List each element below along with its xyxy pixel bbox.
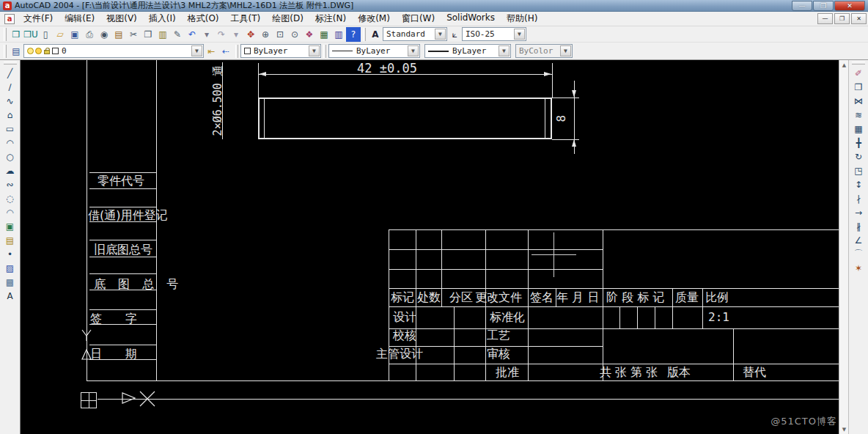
maximize-button[interactable]: ❐: [813, 1, 834, 11]
spline-icon[interactable]: ∾: [3, 177, 18, 191]
redo-drop-icon[interactable]: ▾: [229, 27, 243, 42]
stretch-icon[interactable]: ↕: [851, 177, 866, 191]
zoom-realtime-icon[interactable]: ⊕: [258, 27, 273, 42]
menu-item[interactable]: 工具(T): [225, 11, 267, 26]
match-properties-icon[interactable]: ✎: [170, 27, 185, 42]
toolbar-grip[interactable]: [363, 28, 366, 41]
chevron-down-icon[interactable]: ▼: [514, 29, 525, 40]
offset-icon[interactable]: ≋: [851, 108, 866, 122]
pan-icon[interactable]: ✥: [243, 27, 258, 42]
menu-item[interactable]: 标注(N): [309, 11, 352, 26]
scale-icon[interactable]: ◳: [851, 163, 866, 177]
close-button[interactable]: ✕: [834, 1, 865, 11]
layer-combo[interactable]: 0 ▼: [23, 44, 204, 58]
extend-icon[interactable]: →: [851, 205, 866, 219]
custom-block-u-icon[interactable]: ❒U: [23, 27, 38, 42]
hatch-icon[interactable]: ▨: [3, 261, 18, 275]
circle-icon[interactable]: ○: [3, 150, 18, 163]
copy-icon[interactable]: ❐: [141, 27, 155, 42]
toolbar-grip[interactable]: [323, 45, 326, 58]
toolbar-grip[interactable]: [235, 45, 238, 58]
revcloud-icon[interactable]: ☁: [3, 163, 18, 177]
doc-close-button[interactable]: ✕: [851, 13, 867, 24]
text-style-manager-icon[interactable]: A: [368, 27, 383, 42]
menu-item[interactable]: SolidWorks: [441, 11, 501, 26]
undo-icon[interactable]: ↶: [185, 27, 199, 42]
chevron-down-icon[interactable]: ▼: [408, 45, 419, 56]
properties-icon[interactable]: ❖: [302, 27, 317, 42]
chevron-down-icon[interactable]: ▼: [191, 45, 202, 56]
move-icon[interactable]: ╋: [851, 136, 866, 150]
menu-item[interactable]: 格式(O): [182, 11, 225, 26]
linetype-combo[interactable]: ByLayer ▼: [328, 44, 420, 58]
ellipse-icon[interactable]: ◌: [3, 191, 18, 205]
copy-object-icon[interactable]: ❐: [851, 80, 866, 94]
trim-icon[interactable]: ∤: [851, 191, 866, 205]
dim-style-combo[interactable]: ISO-25 ▼: [462, 27, 526, 41]
menu-item[interactable]: 编辑(E): [59, 11, 100, 26]
mirror-icon[interactable]: ⋈: [851, 94, 866, 108]
polygon-icon[interactable]: ⌂: [3, 108, 18, 122]
doc-minimize-button[interactable]: —: [817, 13, 833, 24]
custom-block-icon[interactable]: ❒: [9, 27, 23, 42]
menu-item[interactable]: 视图(V): [100, 11, 143, 26]
line-icon[interactable]: ╱: [3, 66, 18, 80]
zoom-previous-icon[interactable]: ⊙: [287, 27, 302, 42]
vertical-scrollbar[interactable]: ▲ ▼: [839, 60, 848, 434]
cut-icon[interactable]: ✂: [126, 27, 141, 42]
lineweight-combo[interactable]: ByLayer ▼: [424, 44, 511, 58]
open-icon[interactable]: ▱: [53, 27, 67, 42]
menu-item[interactable]: 插入(I): [143, 11, 182, 26]
make-block-icon[interactable]: ▤: [3, 233, 18, 247]
xline-icon[interactable]: ∕: [3, 80, 18, 94]
layer-previous-icon[interactable]: ⇠: [218, 44, 233, 59]
drawing-canvas[interactable]: 42 ±0.05 8 2×Ø6.500 通 零件代号 借(通)用件登记 旧底图总…: [21, 60, 839, 434]
undo-drop-icon[interactable]: ▾: [199, 27, 214, 42]
chevron-down-icon[interactable]: ▼: [499, 45, 510, 56]
make-object-layer-current-icon[interactable]: ⇤: [204, 44, 218, 59]
insert-block-icon[interactable]: ▣: [3, 219, 18, 233]
redo-icon[interactable]: ↷: [214, 27, 229, 42]
toolbar-grip[interactable]: [852, 62, 865, 65]
mtext-icon[interactable]: A: [3, 289, 18, 303]
polyline-icon[interactable]: ∿: [3, 94, 18, 108]
fillet-icon[interactable]: ⌒: [851, 247, 866, 261]
plot-icon[interactable]: ⎙: [82, 27, 97, 42]
explode-icon[interactable]: ✶: [851, 261, 866, 275]
menu-item[interactable]: 绘图(D): [266, 11, 309, 26]
text-style-combo[interactable]: Standard ▼: [383, 27, 447, 41]
toolbar-grip[interactable]: [4, 62, 17, 65]
arc-icon[interactable]: ◠: [3, 136, 18, 150]
tool-palettes-icon[interactable]: ▥: [331, 27, 346, 42]
layer-manager-icon[interactable]: ▤: [9, 44, 23, 59]
rotate-icon[interactable]: ↻: [851, 150, 866, 163]
chevron-down-icon[interactable]: ▼: [435, 29, 446, 40]
dim-style-manager-icon[interactable]: ⟀: [447, 27, 462, 42]
color-combo[interactable]: ByLayer ▼: [240, 44, 321, 58]
minimize-button[interactable]: —: [792, 1, 812, 11]
rectangle-icon[interactable]: ▭: [3, 122, 18, 136]
publish-icon[interactable]: ▤: [111, 27, 126, 42]
menu-item[interactable]: 帮助(H): [501, 11, 543, 26]
paste-icon[interactable]: ▥: [155, 27, 170, 42]
menu-item[interactable]: 修改(M): [352, 11, 396, 26]
menu-item[interactable]: 窗口(W): [396, 11, 441, 26]
ellipse-arc-icon[interactable]: ◠: [3, 205, 18, 219]
new-icon[interactable]: ▯: [38, 27, 53, 42]
save-icon[interactable]: ▣: [67, 27, 82, 42]
menu-item[interactable]: 文件(F): [18, 11, 59, 26]
toolbar-grip[interactable]: [4, 28, 7, 41]
point-icon[interactable]: •: [3, 247, 18, 261]
chevron-down-icon[interactable]: ▼: [309, 45, 320, 56]
designcenter-icon[interactable]: ▦: [317, 27, 331, 42]
toolbar-grip[interactable]: [4, 45, 7, 58]
region-icon[interactable]: ▩: [3, 275, 18, 289]
erase-icon[interactable]: ✐: [851, 66, 866, 80]
plot-preview-icon[interactable]: ◉: [97, 27, 111, 42]
help-icon[interactable]: ?: [346, 27, 361, 42]
array-icon[interactable]: ▦: [851, 122, 866, 136]
chamfer-icon[interactable]: ∠: [851, 233, 866, 247]
break-icon[interactable]: ∦: [851, 219, 866, 233]
doc-restore-button[interactable]: ❐: [834, 13, 850, 24]
zoom-window-icon[interactable]: ⊡: [273, 27, 287, 42]
